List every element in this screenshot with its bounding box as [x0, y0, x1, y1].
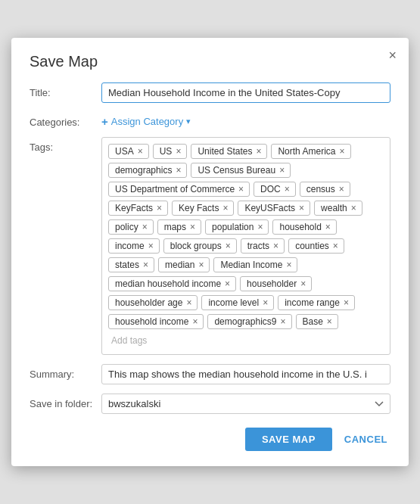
- tag-remove-button[interactable]: ×: [138, 147, 143, 156]
- tags-row: Tags: USA×US×United States×North America…: [30, 137, 390, 355]
- tag-label: householder: [247, 278, 297, 289]
- title-row: Title:: [30, 82, 390, 103]
- tag-label: DOC: [260, 184, 281, 194]
- tags-control: USA×US×United States×North America×demog…: [101, 137, 390, 355]
- tag-remove-button[interactable]: ×: [279, 166, 285, 175]
- tag-label: states: [115, 260, 139, 270]
- tag-label: maps: [164, 222, 186, 232]
- save-map-button[interactable]: SAVE MAP: [245, 428, 332, 451]
- tag-remove-button[interactable]: ×: [226, 241, 231, 250]
- tag-remove-button[interactable]: ×: [300, 279, 306, 288]
- tag-remove-button[interactable]: ×: [273, 241, 278, 250]
- tag-remove-button[interactable]: ×: [198, 260, 204, 269]
- tag-remove-button[interactable]: ×: [256, 147, 261, 156]
- tag-label: counties: [295, 241, 329, 251]
- title-input[interactable]: [101, 82, 390, 103]
- tag-remove-button[interactable]: ×: [225, 279, 230, 288]
- folder-row: Save in folder: bwszukalski: [30, 394, 390, 414]
- tag-remove-button[interactable]: ×: [339, 185, 344, 194]
- tag-remove-button[interactable]: ×: [286, 260, 291, 269]
- close-button[interactable]: ×: [388, 48, 397, 62]
- tag-label: householder age: [115, 297, 182, 308]
- tag-remove-button[interactable]: ×: [257, 222, 263, 232]
- tag-remove-button[interactable]: ×: [148, 241, 154, 250]
- tag-label: tracts: [247, 241, 269, 251]
- cancel-button[interactable]: CANCEL: [341, 428, 390, 451]
- tag-item: US Department of Commerce×: [108, 182, 250, 197]
- folder-label: Save in folder:: [30, 394, 101, 409]
- tag-remove-button[interactable]: ×: [190, 222, 195, 232]
- chevron-down-icon: ▾: [186, 117, 191, 126]
- tag-label: Key Facts: [179, 203, 219, 213]
- tag-item: KeyUSFacts×: [238, 201, 310, 216]
- tag-remove-button[interactable]: ×: [325, 222, 331, 232]
- tag-remove-button[interactable]: ×: [263, 298, 268, 307]
- tag-item: income×: [108, 238, 160, 254]
- assign-category-label: Assign Category: [111, 116, 183, 127]
- tag-remove-button[interactable]: ×: [333, 241, 338, 250]
- tag-remove-button[interactable]: ×: [299, 204, 304, 213]
- tag-item: population×: [205, 219, 269, 235]
- tag-label: policy: [115, 222, 138, 232]
- tag-remove-button[interactable]: ×: [280, 317, 285, 326]
- tag-item: block groups×: [163, 238, 237, 254]
- tag-item: median household income×: [108, 276, 236, 291]
- tag-item: median×: [158, 257, 210, 272]
- categories-label: Categories:: [30, 112, 101, 128]
- tag-label: income: [115, 241, 145, 251]
- tag-label: household income: [115, 316, 188, 327]
- tag-remove-button[interactable]: ×: [186, 298, 191, 307]
- tag-remove-button[interactable]: ×: [327, 317, 332, 326]
- tags-label: Tags:: [30, 137, 101, 153]
- tag-label: block groups: [170, 241, 222, 251]
- tag-item: states×: [108, 257, 154, 272]
- tag-remove-button[interactable]: ×: [238, 185, 244, 194]
- tag-label: household: [279, 222, 321, 232]
- add-tags-placeholder[interactable]: Add tags: [108, 333, 384, 348]
- summary-row: Summary:: [30, 364, 390, 384]
- summary-label: Summary:: [30, 364, 101, 380]
- tag-item: income level×: [201, 295, 274, 310]
- save-map-dialog: Save Map × Title: Categories: + Assign C…: [11, 38, 409, 466]
- dialog-footer: SAVE MAP CANCEL: [30, 428, 390, 451]
- tag-item: householder age×: [108, 295, 198, 310]
- tag-item: census×: [300, 182, 350, 197]
- tag-item: US×: [153, 144, 188, 159]
- tag-remove-button[interactable]: ×: [344, 298, 349, 307]
- tag-label: wealth: [321, 203, 347, 213]
- categories-control: + Assign Category ▾: [101, 112, 390, 128]
- tag-label: US Department of Commerce: [115, 184, 235, 194]
- tag-item: United States×: [191, 144, 267, 159]
- tag-label: population: [212, 222, 254, 232]
- tag-label: Median Income: [220, 260, 282, 270]
- tag-item: income range×: [278, 295, 355, 310]
- tag-item: counties×: [288, 238, 344, 254]
- tag-remove-button[interactable]: ×: [157, 204, 162, 213]
- tag-label: median: [165, 260, 194, 270]
- tag-item: US Census Bureau×: [191, 163, 291, 178]
- tag-item: USA×: [108, 144, 149, 159]
- tag-remove-button[interactable]: ×: [143, 260, 148, 269]
- tag-item: household×: [272, 219, 336, 235]
- tag-remove-button[interactable]: ×: [142, 222, 148, 232]
- tag-remove-button[interactable]: ×: [176, 147, 181, 156]
- tag-item: demographics×: [108, 163, 187, 178]
- tag-label: income level: [208, 297, 259, 308]
- tag-remove-button[interactable]: ×: [192, 317, 198, 326]
- tag-item: Base×: [296, 314, 338, 329]
- tag-label: demographics: [115, 165, 172, 176]
- tag-item: Key Facts×: [172, 201, 234, 216]
- title-label: Title:: [30, 82, 101, 98]
- tag-remove-button[interactable]: ×: [339, 147, 344, 156]
- tag-label: census: [306, 184, 335, 194]
- tag-remove-button[interactable]: ×: [351, 204, 356, 213]
- dialog-title: Save Map: [30, 53, 390, 70]
- assign-category-button[interactable]: + Assign Category ▾: [101, 112, 191, 128]
- summary-input[interactable]: [101, 364, 390, 384]
- folder-select[interactable]: bwszukalski: [101, 394, 390, 414]
- tag-remove-button[interactable]: ×: [222, 204, 228, 213]
- tag-remove-button[interactable]: ×: [285, 185, 290, 194]
- tag-item: wealth×: [314, 201, 362, 216]
- tag-remove-button[interactable]: ×: [176, 166, 181, 175]
- tag-label: KeyFacts: [115, 203, 153, 213]
